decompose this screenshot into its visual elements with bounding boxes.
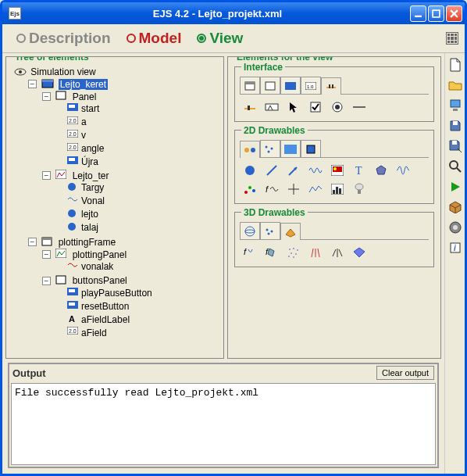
tool-text[interactable]: T <box>349 161 369 180</box>
package-icon[interactable] <box>448 200 462 214</box>
tool-tab[interactable]: 1.0 <box>301 77 321 94</box>
tool-3d-diamond[interactable] <box>349 243 369 262</box>
interface-legend: Interface <box>241 62 285 73</box>
collapse-toggle[interactable]: − <box>42 171 51 180</box>
tree-item[interactable]: Targy <box>81 182 104 193</box>
tree-item[interactable]: talaj <box>81 222 98 233</box>
svg-text:2.0: 2.0 <box>69 145 77 150</box>
plot-area-icon <box>55 170 68 181</box>
tool-histogram[interactable] <box>327 180 348 199</box>
tab-description[interactable]: Description <box>9 27 119 49</box>
tool-polygon[interactable] <box>371 161 391 180</box>
tree-item[interactable]: Újra <box>81 156 98 167</box>
tool-3d-particles[interactable] <box>283 243 304 262</box>
window-title: EJS 4.2 - Lejto_projekt.xml <box>25 8 410 20</box>
output-text[interactable]: File successfully read Lejto_projekt.xml <box>11 383 436 465</box>
tool-radio[interactable] <box>327 98 348 116</box>
collapse-toggle[interactable]: − <box>28 80 37 88</box>
interface-section: Interface 1.0 <box>234 66 434 122</box>
search-icon[interactable] <box>448 159 462 174</box>
element-tree[interactable]: Simulation view − Lejto_keret − <box>11 65 219 341</box>
tree-item[interactable]: plottingPanel <box>73 249 127 259</box>
tree-item[interactable]: Vonal <box>81 195 105 206</box>
collapse-toggle[interactable]: − <box>42 92 51 101</box>
new-file-icon[interactable] <box>448 58 462 72</box>
minimize-button[interactable] <box>410 5 426 22</box>
tool-dots[interactable] <box>240 180 260 199</box>
saveas-icon[interactable] <box>448 139 462 153</box>
tool-crosshair[interactable] <box>283 180 304 199</box>
svg-rect-0 <box>415 15 422 16</box>
tree-item[interactable]: a <box>81 116 87 127</box>
titlebar[interactable]: Ejs EJS 4.2 - Lejto_projekt.xml <box>2 2 465 24</box>
tool-tab[interactable] <box>280 140 301 157</box>
tool-tab[interactable] <box>240 77 260 94</box>
grid-view-icon[interactable] <box>446 32 458 45</box>
tool-field[interactable] <box>262 98 282 116</box>
svg-rect-97 <box>453 121 458 125</box>
tool-slider[interactable] <box>240 98 260 116</box>
tool-tab[interactable] <box>260 140 280 157</box>
tool-tab[interactable] <box>260 77 280 94</box>
tool-3d-func1[interactable]: f <box>240 243 260 262</box>
tree-item[interactable]: aField <box>81 327 107 338</box>
collapse-toggle[interactable]: − <box>42 277 51 285</box>
tree-item[interactable]: aFieldLabel <box>81 314 130 325</box>
open-folder-icon[interactable] <box>448 78 462 92</box>
tool-trail[interactable] <box>305 180 326 199</box>
tool-3d-vectors[interactable] <box>305 243 326 262</box>
tree-item-lejto-ter[interactable]: Lejto_ter <box>73 170 109 181</box>
tree-item-lejto-keret[interactable]: Lejto_keret <box>59 79 108 90</box>
button-icon <box>67 156 80 167</box>
tool-checkbox[interactable] <box>305 98 326 116</box>
tree-item[interactable]: buttonsPanel <box>73 275 127 286</box>
clear-output-button[interactable]: Clear output <box>376 366 434 380</box>
tool-wave[interactable] <box>305 161 326 180</box>
maximize-button[interactable] <box>428 5 444 22</box>
tool-tab[interactable] <box>260 222 280 239</box>
tree-item-plottingframe[interactable]: plottingFrame <box>59 237 116 248</box>
tree-item[interactable]: v <box>81 130 86 141</box>
save-icon[interactable] <box>448 119 462 133</box>
tool-tab[interactable] <box>280 77 301 94</box>
collapse-toggle[interactable]: − <box>28 238 37 246</box>
tool-tab[interactable] <box>321 77 341 95</box>
tool-tab[interactable] <box>301 140 321 157</box>
tree-item[interactable]: playPauseButton <box>81 288 152 299</box>
tree-item[interactable]: resetButton <box>81 301 129 312</box>
tool-circle[interactable] <box>240 161 260 180</box>
close-button[interactable] <box>446 5 462 22</box>
network-icon[interactable] <box>448 98 462 113</box>
tab-view[interactable]: View <box>189 27 251 49</box>
tool-tab[interactable] <box>240 222 260 239</box>
svg-line-56 <box>267 166 276 175</box>
tree-item-panel[interactable]: Panel <box>73 91 97 102</box>
tool-tab[interactable] <box>280 223 301 240</box>
tool-separator[interactable] <box>349 98 369 116</box>
tool-cursor[interactable] <box>283 98 304 116</box>
svg-point-46 <box>335 105 340 109</box>
tool-image[interactable] <box>327 161 348 180</box>
tab-model[interactable]: Model <box>119 27 190 49</box>
svg-rect-71 <box>336 187 338 194</box>
run-icon[interactable] <box>448 180 462 194</box>
tree-item[interactable]: angle <box>81 143 104 154</box>
tool-3d-vectors2[interactable] <box>327 243 348 262</box>
collapse-toggle[interactable]: − <box>42 250 51 259</box>
tree-item[interactable]: lejto <box>81 209 98 220</box>
tool-line[interactable] <box>262 161 282 180</box>
trace-icon <box>67 195 80 206</box>
tool-arrow[interactable] <box>283 161 304 180</box>
tree-root[interactable]: Simulation view <box>30 66 95 77</box>
tree-item[interactable]: vonalak <box>81 261 113 272</box>
tool-light[interactable] <box>349 180 369 199</box>
tool-spring[interactable] <box>393 161 413 180</box>
settings-icon[interactable] <box>448 220 462 234</box>
svg-point-63 <box>244 191 248 194</box>
tool-3d-func2[interactable]: f <box>262 243 282 262</box>
svg-rect-47 <box>353 106 365 108</box>
tool-function[interactable]: f <box>262 180 282 199</box>
info-icon[interactable]: i <box>448 241 462 255</box>
tool-tab[interactable] <box>240 141 260 158</box>
tree-item[interactable]: start <box>81 103 99 114</box>
